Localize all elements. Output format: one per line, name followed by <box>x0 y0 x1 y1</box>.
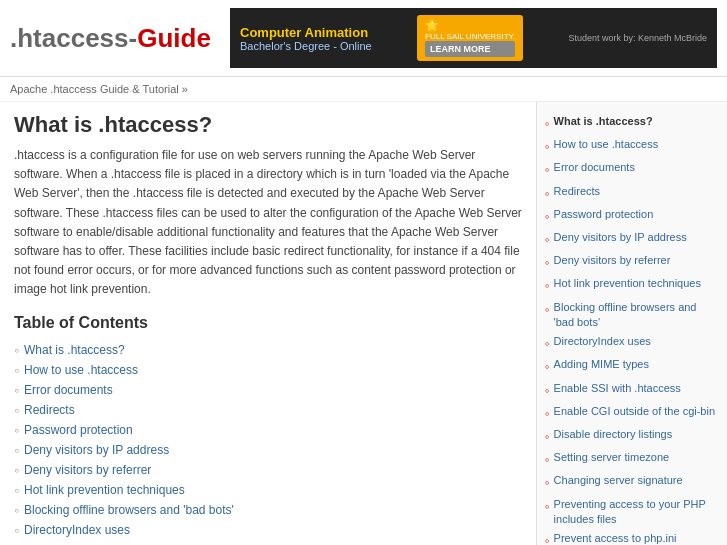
banner-content-left: Computer Animation Bachelor's Degree - O… <box>240 25 372 52</box>
sidebar-item: Error documents <box>545 158 719 181</box>
logo-highlight: Guide <box>137 23 211 53</box>
sidebar-link[interactable]: Adding MIME types <box>554 357 649 372</box>
sidebar-link[interactable]: Deny visitors by referrer <box>554 253 671 268</box>
sidebar-item: Deny visitors by IP address <box>545 228 719 251</box>
sidebar-link[interactable]: Changing server signature <box>554 473 683 488</box>
sidebar-link[interactable]: Hot link prevention techniques <box>554 276 701 291</box>
sidebar-link[interactable]: DirectoryIndex uses <box>554 334 651 349</box>
sidebar-link[interactable]: Blocking offline browsers and 'bad bots' <box>554 300 719 331</box>
main-content: What is .htaccess? .htaccess is a config… <box>0 102 537 545</box>
sidebar-item: Enable SSI with .htaccess <box>545 379 719 402</box>
page-title: What is .htaccess? <box>14 112 522 138</box>
sidebar-nav: What is .htaccess?How to use .htaccessEr… <box>545 112 719 545</box>
sidebar-item: Deny visitors by referrer <box>545 251 719 274</box>
toc-link[interactable]: What is .htaccess? <box>24 343 125 357</box>
breadcrumb: Apache .htaccess Guide & Tutorial » <box>0 77 727 102</box>
sidebar-link[interactable]: Password protection <box>554 207 654 222</box>
sidebar-link[interactable]: Error documents <box>554 160 635 175</box>
toc-item: Adding MIME types <box>14 540 522 546</box>
sidebar-link[interactable]: Disable directory listings <box>554 427 673 442</box>
sidebar-link[interactable]: Enable SSI with .htaccess <box>554 381 681 396</box>
sidebar-item: Preventing access to your PHP includes f… <box>545 495 719 530</box>
sidebar-item: Password protection <box>545 205 719 228</box>
sidebar-item: Disable directory listings <box>545 425 719 448</box>
toc-item: DirectoryIndex uses <box>14 520 522 540</box>
sidebar-link[interactable]: Setting server timezone <box>554 450 670 465</box>
logo[interactable]: .htaccess-Guide <box>10 23 230 54</box>
toc-link[interactable]: Deny visitors by referrer <box>24 463 151 477</box>
toc-link[interactable]: Error documents <box>24 383 113 397</box>
toc-link[interactable]: Password protection <box>24 423 133 437</box>
toc-item: Deny visitors by IP address <box>14 440 522 460</box>
sidebar-item: Setting server timezone <box>545 448 719 471</box>
toc-item: Error documents <box>14 380 522 400</box>
toc-link[interactable]: How to use .htaccess <box>24 363 138 377</box>
learn-more-button[interactable]: LEARN MORE <box>425 41 515 57</box>
breadcrumb-link[interactable]: Apache .htaccess Guide & Tutorial » <box>10 83 188 95</box>
banner-title: Computer Animation <box>240 25 372 40</box>
sidebar-link[interactable]: Prevent access to php.ini <box>554 531 677 545</box>
toc-item: Password protection <box>14 420 522 440</box>
page-layout: What is .htaccess? .htaccess is a config… <box>0 102 727 545</box>
banner-student-credit: Student work by: Kenneth McBride <box>568 33 707 43</box>
intro-paragraph: .htaccess is a configuration file for us… <box>14 146 522 300</box>
header: .htaccess-Guide Computer Animation Bache… <box>0 0 727 77</box>
sidebar-item: How to use .htaccess <box>545 135 719 158</box>
sidebar-item: What is .htaccess? <box>545 112 719 135</box>
toc-item: Hot link prevention techniques <box>14 480 522 500</box>
toc-item: Blocking offline browsers and 'bad bots' <box>14 500 522 520</box>
toc-link[interactable]: DirectoryIndex uses <box>24 523 130 537</box>
sidebar-item: DirectoryIndex uses <box>545 332 719 355</box>
sidebar: What is .htaccess?How to use .htaccessEr… <box>537 102 727 545</box>
sidebar-item: Hot link prevention techniques <box>545 274 719 297</box>
university-logo: 🌟 FULL SAIL UNIVERSITY. LEARN MORE <box>417 15 523 61</box>
university-name: FULL SAIL UNIVERSITY. <box>425 32 515 41</box>
sidebar-link[interactable]: What is .htaccess? <box>554 114 653 129</box>
sidebar-link[interactable]: Preventing access to your PHP includes f… <box>554 497 719 528</box>
sidebar-item: Adding MIME types <box>545 355 719 378</box>
table-of-contents: What is .htaccess?How to use .htaccessEr… <box>14 340 522 546</box>
sidebar-link[interactable]: Redirects <box>554 184 600 199</box>
logo-area: .htaccess-Guide <box>10 23 230 54</box>
sidebar-item: Changing server signature <box>545 471 719 494</box>
toc-link[interactable]: Deny visitors by IP address <box>24 443 169 457</box>
toc-item: How to use .htaccess <box>14 360 522 380</box>
sidebar-link[interactable]: Deny visitors by IP address <box>554 230 687 245</box>
banner-subtitle: Bachelor's Degree - Online <box>240 40 372 52</box>
sidebar-link[interactable]: Enable CGI outside of the cgi-bin <box>554 404 715 419</box>
toc-link[interactable]: Blocking offline browsers and 'bad bots' <box>24 503 234 517</box>
sidebar-item: Prevent access to php.ini <box>545 529 719 545</box>
toc-item: What is .htaccess? <box>14 340 522 360</box>
toc-item: Redirects <box>14 400 522 420</box>
sidebar-item: Blocking offline browsers and 'bad bots' <box>545 298 719 333</box>
toc-link[interactable]: Redirects <box>24 403 75 417</box>
advertisement-banner: Computer Animation Bachelor's Degree - O… <box>230 8 717 68</box>
sidebar-link[interactable]: How to use .htaccess <box>554 137 659 152</box>
toc-heading: Table of Contents <box>14 314 522 332</box>
sidebar-item: Enable CGI outside of the cgi-bin <box>545 402 719 425</box>
banner-content-right: 🌟 FULL SAIL UNIVERSITY. LEARN MORE <box>417 15 523 61</box>
sidebar-item: Redirects <box>545 182 719 205</box>
toc-link[interactable]: Hot link prevention techniques <box>24 483 185 497</box>
toc-item: Deny visitors by referrer <box>14 460 522 480</box>
